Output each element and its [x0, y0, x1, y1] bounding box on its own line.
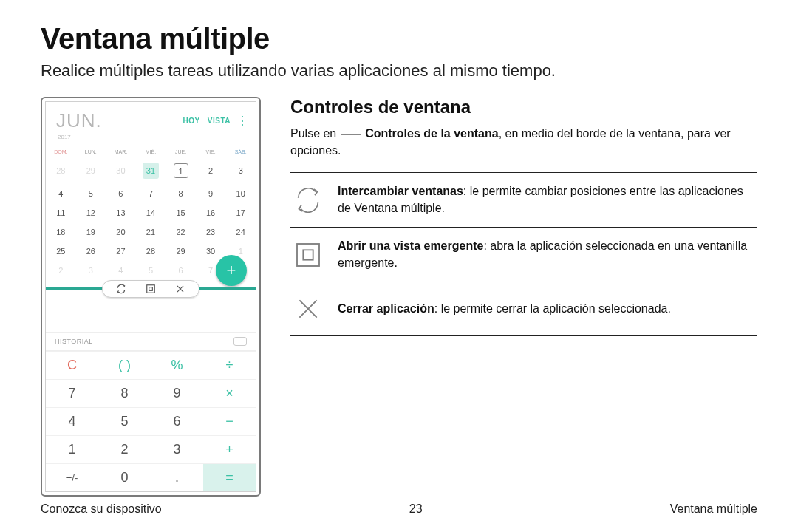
cal-day[interactable]: 9 [196, 184, 226, 203]
cal-day[interactable]: 8 [166, 184, 196, 203]
calc-key-7[interactable]: 7 [46, 380, 98, 408]
split-divider[interactable] [46, 284, 256, 292]
phone-mockup: JUN. HOY VISTA ⋮ 2017 DOM. LUN. MAR. MIÉ… [41, 97, 261, 497]
cal-day[interactable]: 18 [46, 222, 76, 242]
cal-day[interactable]: 7 [136, 184, 166, 203]
cal-day[interactable]: 30 [106, 157, 136, 184]
cal-day[interactable]: 23 [196, 222, 226, 242]
calc-key-8[interactable]: 8 [98, 380, 151, 408]
feature-close: Cerrar aplicación: le permite cerrar la … [290, 282, 757, 336]
calc-key-2[interactable]: 2 [98, 436, 151, 464]
cal-day-today[interactable]: 1 [166, 157, 196, 184]
cal-day[interactable]: 16 [196, 203, 226, 222]
calc-key-paren[interactable]: ( ) [98, 352, 151, 380]
cal-day[interactable]: 2 [46, 261, 76, 280]
window-controls-pill[interactable] [102, 280, 200, 298]
footer-page-number: 23 [409, 502, 423, 516]
plus-icon: + [227, 261, 236, 280]
feature-swap: Intercambiar ventanas: le permite cambia… [290, 172, 757, 227]
close-app-icon [292, 293, 324, 325]
calc-key-3[interactable]: 3 [151, 436, 203, 464]
cal-day[interactable]: 4 [46, 184, 76, 203]
calc-key-sign[interactable]: +/- [46, 464, 98, 492]
calc-key-divide[interactable]: ÷ [203, 352, 256, 380]
cal-day[interactable]: 5 [76, 184, 106, 203]
cal-day[interactable]: 29 [166, 242, 196, 261]
calc-key-minus[interactable]: − [203, 408, 256, 436]
svg-rect-3 [303, 250, 313, 259]
calc-key-5[interactable]: 5 [98, 408, 151, 436]
add-event-fab[interactable]: + [216, 255, 247, 286]
cal-day[interactable]: 21 [136, 222, 166, 242]
cal-day[interactable]: 4 [106, 261, 136, 280]
dow-header: MIÉ. [136, 146, 166, 157]
calc-key-equals[interactable]: = [203, 464, 256, 492]
dow-header: JUE. [166, 146, 196, 157]
calc-key-multiply[interactable]: × [203, 380, 256, 408]
calc-key-9[interactable]: 9 [151, 380, 203, 408]
svg-rect-2 [297, 244, 319, 266]
footer-left: Conozca su dispositivo [41, 502, 162, 516]
page-subtitle: Realice múltiples tareas utilizando vari… [41, 61, 757, 81]
calc-key-plus[interactable]: + [203, 436, 256, 464]
cal-day[interactable]: 20 [106, 222, 136, 242]
cal-day[interactable]: 28 [46, 157, 76, 184]
cal-day[interactable]: 2 [196, 157, 226, 184]
dow-header: VIE. [196, 146, 226, 157]
calc-key-percent[interactable]: % [151, 352, 203, 380]
cal-day[interactable]: 29 [76, 157, 106, 184]
calc-key-6[interactable]: 6 [151, 408, 203, 436]
cal-day[interactable]: 10 [225, 184, 256, 203]
cal-day[interactable]: 13 [106, 203, 136, 222]
cal-day[interactable]: 17 [225, 203, 256, 222]
cal-day[interactable]: 3 [76, 261, 106, 280]
cal-day[interactable]: 19 [76, 222, 106, 242]
more-icon[interactable]: ⋮ [236, 117, 248, 125]
view-button[interactable]: VISTA [208, 117, 231, 125]
cal-day[interactable]: 24 [225, 222, 256, 242]
swap-windows-icon [292, 184, 324, 216]
page-title: Ventana múltiple [41, 22, 757, 55]
backspace-icon[interactable] [233, 337, 247, 346]
cal-day-selected[interactable]: 31 [136, 157, 166, 184]
cal-day[interactable]: 6 [166, 261, 196, 280]
cal-day[interactable]: 3 [225, 157, 256, 184]
svg-rect-0 [147, 285, 155, 293]
calc-key-dot[interactable]: . [151, 464, 203, 492]
history-label[interactable]: HISTORIAL [55, 338, 93, 345]
page-footer: Conozca su dispositivo 23 Ventana múltip… [41, 502, 757, 516]
cal-day[interactable]: 5 [136, 261, 166, 280]
svg-rect-1 [149, 287, 153, 291]
popup-view-icon [292, 239, 324, 271]
dow-header: DOM. [46, 146, 76, 157]
cal-day[interactable]: 15 [166, 203, 196, 222]
calendar-year: 2017 [46, 134, 256, 146]
cal-day[interactable]: 28 [136, 242, 166, 261]
feature-title: Intercambiar ventanas [338, 185, 463, 197]
cal-day[interactable]: 11 [46, 203, 76, 222]
cal-day[interactable]: 12 [76, 203, 106, 222]
today-button[interactable]: HOY [183, 117, 200, 125]
calc-key-1[interactable]: 1 [46, 436, 98, 464]
calendar-month: JUN. [56, 109, 102, 132]
calc-key-4[interactable]: 4 [46, 408, 98, 436]
feature-popup: Abrir una vista emergente: abra la aplic… [290, 227, 757, 282]
calc-key-0[interactable]: 0 [98, 464, 151, 492]
section-heading: Controles de ventana [290, 97, 757, 117]
footer-right: Ventana múltiple [670, 502, 757, 516]
dow-header: SÁB. [225, 146, 256, 157]
feature-title: Cerrar aplicación [338, 302, 434, 315]
calc-key-clear[interactable]: C [46, 352, 98, 380]
swap-icon[interactable] [116, 284, 126, 294]
cal-day[interactable]: 14 [136, 203, 166, 222]
feature-title: Abrir una vista emergente [338, 239, 483, 252]
cal-day[interactable]: 27 [106, 242, 136, 261]
cal-day[interactable]: 6 [106, 184, 136, 203]
section-intro: Pulse en Controles de la ventana, en med… [290, 125, 757, 159]
close-icon[interactable] [175, 284, 185, 294]
popup-icon[interactable] [146, 284, 156, 294]
cal-day[interactable]: 22 [166, 222, 196, 242]
cal-day[interactable]: 26 [76, 242, 106, 261]
cal-day[interactable]: 25 [46, 242, 76, 261]
dow-header: LUN. [76, 146, 106, 157]
